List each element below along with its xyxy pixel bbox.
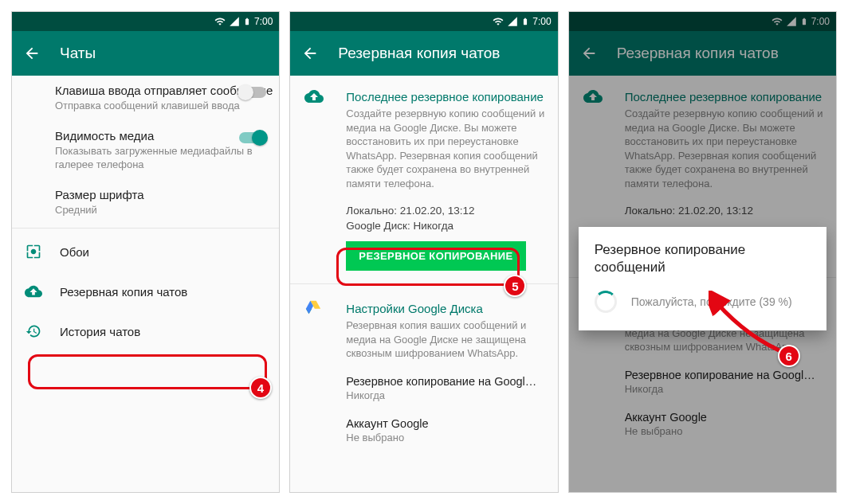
cloud-upload-icon [304, 87, 324, 109]
status-bar: 7:00 [12, 12, 279, 31]
divider [290, 283, 557, 284]
setting-font-size[interactable]: Размер шрифта Средний [12, 180, 279, 225]
wallpaper-icon [25, 243, 42, 260]
wifi-icon [214, 16, 226, 27]
dialog-message: Пожалуйста, подождите (39 %) [631, 295, 792, 310]
back-arrow-icon[interactable] [23, 45, 41, 62]
progress-spinner-icon [595, 291, 617, 313]
row-backup-to-gdrive[interactable]: Резервное копирование на Googl… Никогда [290, 367, 557, 409]
switch-enter-sends[interactable] [239, 87, 266, 98]
row-chat-backup[interactable]: Резервная копия чатов [12, 272, 279, 311]
row-chat-history[interactable]: История чатов [12, 311, 279, 351]
google-drive-icon [304, 299, 322, 319]
battery-icon [243, 16, 251, 27]
setting-media-visibility[interactable]: Видимость медиа Показывать загруженные м… [12, 121, 279, 180]
section-gdrive-settings: Настройки Google Диска Резервная копия в… [290, 287, 557, 451]
annotation-rect-4 [28, 354, 267, 389]
phone-screen-3: 7:00 Резервная копия чатов Последнее рез… [568, 11, 837, 493]
back-arrow-icon[interactable] [301, 45, 319, 62]
phone-screen-2: 7:00 Резервная копия чатов Последнее рез… [289, 11, 558, 493]
page-title: Чаты [60, 45, 96, 62]
clock: 7:00 [254, 16, 273, 27]
signal-icon [229, 16, 240, 27]
page-title: Резервная копия чатов [338, 45, 500, 62]
setting-enter-sends[interactable]: Клавиша ввода отправляет сообщение Отпра… [12, 76, 279, 121]
status-bar: 7:00 [290, 12, 557, 31]
history-icon [25, 322, 42, 340]
cloud-upload-icon [25, 283, 42, 300]
row-wallpaper[interactable]: Обои [12, 232, 279, 272]
section-last-backup: Последнее резервное копирование Создайте… [290, 76, 557, 280]
annotation-badge-4: 4 [249, 377, 272, 399]
backup-button[interactable]: РЕЗЕРВНОЕ КОПИРОВАНИЕ [346, 241, 525, 271]
backup-progress-dialog: Резервное копирование сообщений Пожалуйс… [579, 227, 826, 330]
title-bar: Чаты [12, 31, 279, 76]
title-bar: Резервная копия чатов [290, 31, 557, 76]
signal-icon [507, 16, 518, 27]
gdrive-backup-time: Google Диск: Никогда [290, 218, 557, 233]
phone-screen-1: 7:00 Чаты Клавиша ввода отправляет сообщ… [11, 11, 280, 493]
battery-icon [521, 16, 529, 27]
dialog-title: Резервное копирование сообщений [595, 241, 811, 276]
wifi-icon [493, 16, 504, 27]
divider [12, 228, 279, 229]
row-google-account[interactable]: Аккаунт Google Не выбрано [290, 409, 557, 451]
switch-media-visibility[interactable] [239, 132, 266, 143]
clock: 7:00 [532, 16, 551, 27]
local-backup-time: Локально: 21.02.20, 13:12 [290, 203, 557, 218]
